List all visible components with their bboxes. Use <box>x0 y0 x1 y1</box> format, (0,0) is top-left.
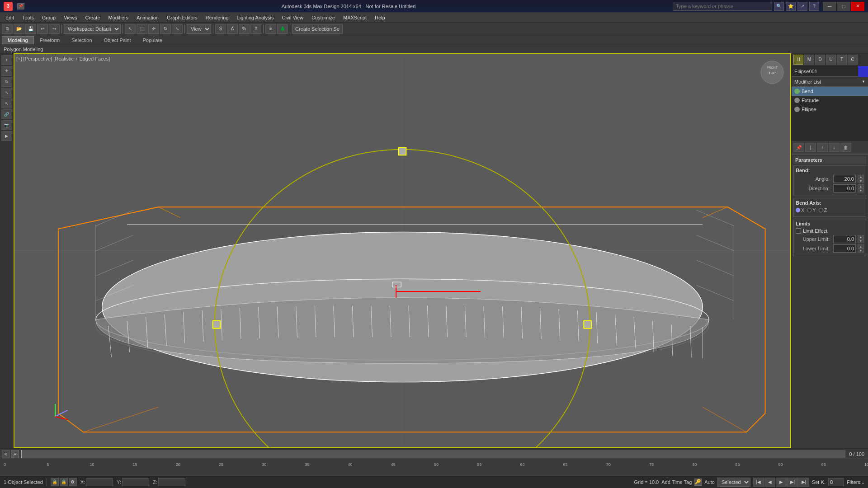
create-selection-button[interactable]: Create Selection Se <box>292 24 343 34</box>
close-button[interactable]: ✕ <box>851 2 864 11</box>
auto-key-button[interactable]: A <box>11 450 19 458</box>
mode-tab-object-paint[interactable]: Object Paint <box>98 36 137 44</box>
create-lt-button[interactable]: + <box>1 55 12 65</box>
redo-button[interactable]: ↪ <box>49 24 60 34</box>
share-icon-btn[interactable]: ↗ <box>797 2 807 11</box>
direction-input[interactable] <box>833 184 856 192</box>
utilities-icon[interactable]: U <box>826 55 836 65</box>
pin-button[interactable]: 📌 <box>17 3 24 9</box>
axis-y-radio[interactable] <box>807 208 811 212</box>
display-icon[interactable]: D <box>815 55 825 65</box>
add-time-tag-button[interactable]: Add Time Tag <box>661 479 692 485</box>
upper-down[interactable]: ▼ <box>858 239 864 243</box>
workspace-dropdown[interactable]: Workspace: Default <box>64 24 121 34</box>
motion-icon[interactable]: M <box>804 55 814 65</box>
angle-up[interactable]: ▲ <box>858 175 864 179</box>
undo-button[interactable]: ↩ <box>37 24 48 34</box>
upper-up[interactable]: ▲ <box>858 235 864 239</box>
x-coord-input[interactable] <box>86 478 113 486</box>
status-icon-2[interactable]: 🔒 <box>60 478 68 486</box>
mode-tab-selection[interactable]: Selection <box>66 36 98 44</box>
object-name-input[interactable] <box>792 66 858 77</box>
timeline-key-button[interactable]: K <box>2 450 10 458</box>
stack-down-button[interactable]: ↓ <box>829 143 840 152</box>
goto-end-button[interactable]: ▶| <box>798 478 809 487</box>
next-frame-button[interactable]: ▶| <box>787 478 798 487</box>
key-icon[interactable]: 🔑 <box>694 479 702 486</box>
lower-up[interactable]: ▲ <box>858 244 864 249</box>
create-rp-icon[interactable]: C <box>848 55 858 65</box>
goto-start-button[interactable]: |◀ <box>753 478 764 487</box>
timeline-scrubber[interactable] <box>21 450 845 458</box>
mode-tab-populate[interactable]: Populate <box>137 36 168 44</box>
modifier-item-ellipse[interactable]: Ellipse <box>792 105 868 114</box>
z-coord-input[interactable] <box>158 478 185 486</box>
spinner-snap-button[interactable]: # <box>250 24 261 34</box>
angle-down[interactable]: ▼ <box>858 179 864 183</box>
save-button[interactable]: 💾 <box>25 24 36 34</box>
move-button[interactable]: ✛ <box>148 24 159 34</box>
bookmark-icon-btn[interactable]: ⭐ <box>786 2 796 11</box>
menu-item-tools[interactable]: Tools <box>19 14 38 21</box>
snap-button[interactable]: S <box>215 24 226 34</box>
open-button[interactable]: 📂 <box>14 24 24 34</box>
play-button[interactable]: ▶ <box>776 478 787 487</box>
menu-item-edit[interactable]: Edit <box>2 14 18 21</box>
play-lt-button[interactable]: ▶ <box>1 131 12 141</box>
scene-explorer-button[interactable]: 🌲 <box>277 24 288 34</box>
view-dropdown[interactable]: View <box>187 24 211 34</box>
direction-up[interactable]: ▲ <box>858 184 864 188</box>
menu-item-views[interactable]: Views <box>60 14 80 21</box>
lower-limit-input[interactable] <box>833 244 856 253</box>
key-value-input[interactable] <box>828 478 844 486</box>
menu-item-rendering[interactable]: Rendering <box>202 14 232 21</box>
move-lt-button[interactable]: ✛ <box>1 66 12 76</box>
select-region-button[interactable]: ⬚ <box>137 24 147 34</box>
mode-tab-freeform[interactable]: Freeform <box>34 36 66 44</box>
menu-item-civil-view[interactable]: Civil View <box>278 14 307 21</box>
angle-input[interactable] <box>833 175 856 183</box>
scale-lt-button[interactable]: ⤡ <box>1 88 12 98</box>
modifier-item-bend[interactable]: Bend <box>792 87 868 96</box>
mode-tab-modeling[interactable]: Modeling <box>2 36 34 44</box>
scale-button[interactable]: ⤡ <box>172 24 183 34</box>
menu-item-group[interactable]: Group <box>38 14 60 21</box>
menu-item-customize[interactable]: Customize <box>308 14 339 21</box>
status-icon-3[interactable]: ⚙ <box>69 478 77 486</box>
axis-z-radio[interactable] <box>819 208 823 212</box>
rotate-lt-button[interactable]: ↻ <box>1 77 12 87</box>
search-input[interactable] <box>673 2 772 11</box>
layer-manager-button[interactable]: ≡ <box>265 24 276 34</box>
lower-down[interactable]: ▼ <box>858 249 864 253</box>
tools-rp-icon[interactable]: T <box>837 55 847 65</box>
select-lt-button[interactable]: ↖ <box>1 99 12 108</box>
stack-up-button[interactable]: ↑ <box>817 143 828 152</box>
menu-item-graph-editors[interactable]: Graph Editors <box>163 14 201 21</box>
upper-limit-input[interactable] <box>833 235 856 243</box>
object-color-swatch[interactable] <box>858 66 868 77</box>
maximize-button[interactable]: □ <box>837 2 850 11</box>
menu-item-maxscript[interactable]: MAXScript <box>340 14 370 21</box>
menu-item-modifiers[interactable]: Modifiers <box>104 14 132 21</box>
menu-item-help[interactable]: Help <box>371 14 389 21</box>
rotate-button[interactable]: ↻ <box>160 24 171 34</box>
selected-dropdown[interactable]: Selected <box>717 478 750 487</box>
axis-x-radio[interactable] <box>796 208 800 212</box>
viewport[interactable]: [+] [Perspective] [Realistic + Edged Fac… <box>14 53 791 448</box>
camera-lt-button[interactable]: 📷 <box>1 120 12 130</box>
angle-snap-button[interactable]: A <box>227 24 238 34</box>
minimize-button[interactable]: ─ <box>823 2 836 11</box>
axis-x-label[interactable]: X <box>796 207 804 213</box>
menu-item-animation[interactable]: Animation <box>133 14 162 21</box>
direction-down[interactable]: ▼ <box>858 188 864 192</box>
percent-snap-button[interactable]: % <box>239 24 250 34</box>
status-icon-1[interactable]: 🔒 <box>51 478 59 486</box>
prev-frame-button[interactable]: ◀ <box>764 478 775 487</box>
pin-stack-button[interactable]: 📌 <box>793 143 804 152</box>
menu-item-create[interactable]: Create <box>81 14 104 21</box>
axis-y-label[interactable]: Y <box>807 207 816 213</box>
axis-z-label[interactable]: Z <box>819 207 827 213</box>
help-icon-btn[interactable]: ? <box>809 2 819 11</box>
y-coord-input[interactable] <box>122 478 149 486</box>
modifier-item-extrude[interactable]: Extrude <box>792 96 868 105</box>
